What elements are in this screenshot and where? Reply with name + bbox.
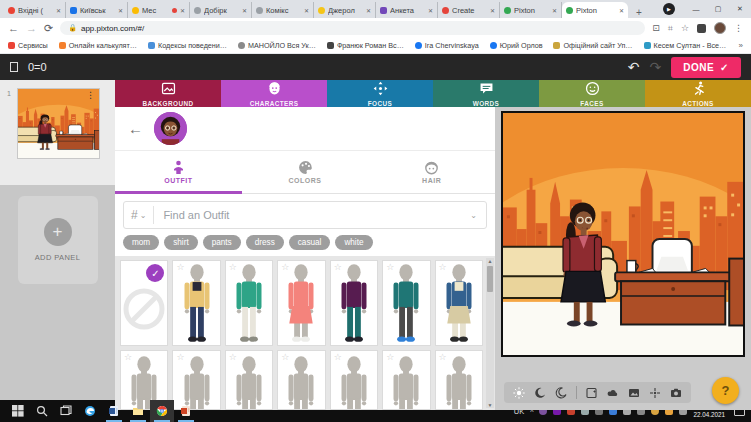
close-icon[interactable]: ✕: [552, 7, 557, 14]
reload-icon[interactable]: ⟳: [44, 23, 53, 34]
scroll-up-icon[interactable]: ▲: [488, 258, 493, 264]
close-icon[interactable]: ✕: [118, 7, 123, 14]
comic-panel[interactable]: [501, 111, 745, 357]
file-explorer-icon[interactable]: [126, 400, 150, 422]
close-icon[interactable]: ✕: [242, 7, 247, 14]
favorite-star-icon[interactable]: ☆: [439, 262, 447, 272]
back-icon[interactable]: ←: [8, 23, 19, 34]
favorite-star-icon[interactable]: ☆: [281, 262, 289, 272]
add-panel-button[interactable]: + ADD PANEL: [18, 196, 98, 284]
cloud-icon[interactable]: [607, 387, 619, 399]
task-view-icon[interactable]: [54, 400, 78, 422]
focus-point-icon[interactable]: [649, 387, 661, 399]
bookmark-item[interactable]: МАНОЙЛО Вся Ук…: [238, 41, 316, 50]
grid-scrollbar[interactable]: ▲ ▼: [486, 258, 494, 408]
bookmark-item[interactable]: Кесем Султан - Все…: [644, 41, 727, 50]
favorite-star-icon[interactable]: ☆: [124, 352, 132, 362]
outfit-card[interactable]: ☆: [277, 350, 325, 410]
taskbar-search-icon[interactable]: [30, 400, 54, 422]
tab-background[interactable]: BACKGROUND: [115, 80, 221, 107]
close-icon[interactable]: ✕: [56, 7, 61, 14]
panel-menu-icon[interactable]: ⋮: [83, 89, 98, 101]
media-controls-icon[interactable]: ▶: [663, 3, 675, 15]
outfit-card[interactable]: ☆: [330, 260, 378, 346]
cast-icon[interactable]: ⊡: [652, 23, 660, 33]
tag-filter-dropdown[interactable]: # ⌄: [124, 208, 153, 222]
favorite-star-icon[interactable]: ☆: [229, 262, 237, 272]
tag-chip[interactable]: pants: [203, 235, 241, 250]
favorite-star-icon[interactable]: ☆: [281, 352, 289, 362]
profile-avatar[interactable]: [714, 22, 726, 34]
close-icon[interactable]: ✕: [180, 7, 185, 14]
browser-tab[interactable]: Київськ ✕: [66, 2, 128, 18]
bookmark-item[interactable]: Офіційний сайт Уп…: [553, 41, 632, 50]
start-button[interactable]: [6, 400, 30, 422]
tab-words[interactable]: WORDS: [433, 80, 539, 107]
tab-hair[interactable]: HAIR: [368, 151, 495, 193]
outfit-card[interactable]: ☆: [277, 260, 325, 346]
bookmark-item[interactable]: Ira Chervinskaya: [415, 41, 479, 50]
image-effect-icon[interactable]: [586, 387, 598, 399]
chevron-down-icon[interactable]: ⌄: [470, 211, 486, 220]
outfit-card[interactable]: ☆: [330, 350, 378, 410]
tab-outfit[interactable]: OUTFIT: [115, 151, 242, 193]
outfit-card[interactable]: ☆: [225, 350, 273, 410]
word-document-icon[interactable]: [102, 400, 126, 422]
favorite-star-icon[interactable]: ☆: [386, 352, 394, 362]
bookmark-item[interactable]: Юрий Орлов: [490, 41, 543, 50]
tag-chip[interactable]: mom: [123, 235, 159, 250]
browser-tab[interactable]: Вхідні ( ✕: [4, 2, 66, 18]
edge-icon[interactable]: [78, 400, 102, 422]
tag-chip[interactable]: white: [335, 235, 372, 250]
new-tab-button[interactable]: +: [628, 7, 650, 18]
outfit-card[interactable]: ☆: [382, 350, 430, 410]
close-icon[interactable]: ✕: [304, 7, 309, 14]
favorite-star-icon[interactable]: ☆: [176, 352, 184, 362]
scroll-down-icon[interactable]: ▼: [488, 402, 493, 408]
close-icon[interactable]: ✕: [619, 7, 624, 14]
bookmark-item[interactable]: Франюк Роман Вс…: [327, 41, 404, 50]
camera-icon[interactable]: [670, 387, 682, 399]
tab-characters[interactable]: CHARACTERS: [221, 80, 327, 107]
outfit-search-input[interactable]: [154, 209, 470, 221]
presentation-document-icon[interactable]: [174, 400, 198, 422]
favorite-star-icon[interactable]: ☆: [439, 352, 447, 362]
scrollbar-thumb[interactable]: [487, 266, 493, 292]
tab-actions[interactable]: ACTIONS: [645, 80, 751, 107]
tag-chip[interactable]: shirt: [164, 235, 197, 250]
close-icon[interactable]: ✕: [428, 7, 433, 14]
favorite-star-icon[interactable]: ☆: [334, 352, 342, 362]
browser-tab-active[interactable]: Pixton ✕: [562, 2, 628, 18]
favorite-star-icon[interactable]: ☆: [334, 262, 342, 272]
browser-tab[interactable]: Мес ✕: [128, 2, 190, 18]
outfit-card[interactable]: ☆: [172, 260, 220, 346]
tab-colors[interactable]: COLORS: [242, 151, 369, 193]
chrome-icon[interactable]: [150, 400, 174, 422]
background-photo-icon[interactable]: [628, 387, 640, 399]
url-field[interactable]: 🔒 app.pixton.com/#/: [60, 21, 645, 35]
redo-icon[interactable]: ↷: [649, 59, 661, 75]
tag-chip[interactable]: casual: [289, 235, 331, 250]
browser-tab[interactable]: Create ✕: [438, 2, 500, 18]
outfit-card[interactable]: ☆: [382, 260, 430, 346]
apps-grid-icon[interactable]: ⌗: [668, 23, 673, 34]
tag-chip[interactable]: dress: [246, 235, 284, 250]
favorite-star-icon[interactable]: ☆: [229, 352, 237, 362]
close-icon[interactable]: ✕: [490, 7, 495, 14]
browser-tab[interactable]: Анкета ✕: [376, 2, 438, 18]
minimize-button[interactable]: —: [685, 0, 707, 18]
extensions-icon[interactable]: [697, 24, 706, 33]
bookmark-item[interactable]: Сервисы: [8, 41, 48, 50]
bookmark-item[interactable]: Кодексы поведени…: [148, 41, 227, 50]
favorite-star-icon[interactable]: ☆: [386, 262, 394, 272]
help-button[interactable]: ?: [712, 377, 739, 404]
moonlight-icon[interactable]: [555, 387, 567, 399]
maximize-button[interactable]: ▢: [707, 0, 729, 18]
browser-tab[interactable]: Добірк ✕: [190, 2, 252, 18]
browser-tab[interactable]: Джерол ✕: [314, 2, 376, 18]
close-window-button[interactable]: ✕: [729, 0, 751, 18]
character-avatar[interactable]: [154, 112, 187, 145]
undo-icon[interactable]: ↶: [628, 59, 640, 75]
daylight-icon[interactable]: [513, 387, 525, 399]
close-icon[interactable]: ✕: [366, 7, 371, 14]
